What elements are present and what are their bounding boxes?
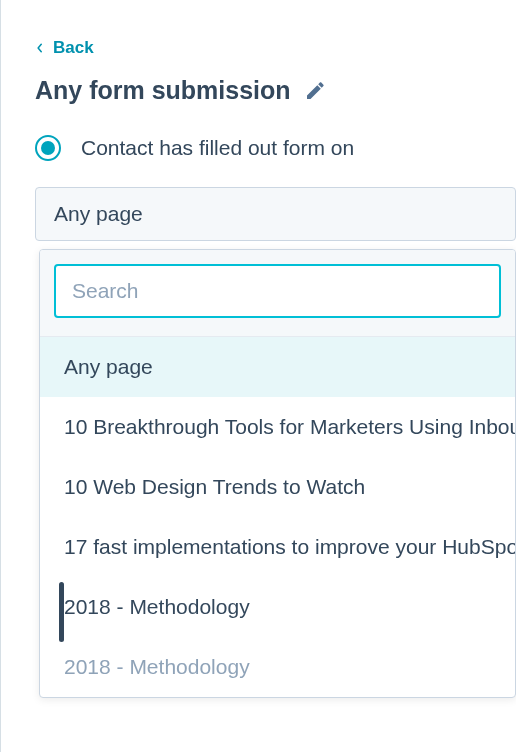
search-input[interactable] xyxy=(54,264,501,318)
dropdown-option[interactable]: 10 Web Design Trends to Watch xyxy=(40,457,515,517)
dropdown-option[interactable]: 17 fast implementations to improve your … xyxy=(40,517,515,577)
title-row: Any form submission xyxy=(35,76,516,105)
side-panel: Back Any form submission Contact has fil… xyxy=(0,0,516,752)
radio-dot xyxy=(41,141,55,155)
dropdown-option[interactable]: 10 Breakthrough Tools for Marketers Usin… xyxy=(40,397,515,457)
scrollbar-thumb[interactable] xyxy=(59,582,64,642)
radio-label: Contact has filled out form on xyxy=(81,136,354,160)
select-value: Any page xyxy=(54,202,143,225)
pencil-icon[interactable] xyxy=(305,81,325,101)
page-dropdown: Any page10 Breakthrough Tools for Market… xyxy=(39,249,516,698)
back-button[interactable]: Back xyxy=(35,38,94,58)
back-label: Back xyxy=(53,38,94,58)
chevron-left-icon xyxy=(35,43,45,53)
page-title: Any form submission xyxy=(35,76,291,105)
dropdown-option[interactable]: 2018 - Methodology xyxy=(40,637,515,697)
radio-row: Contact has filled out form on xyxy=(35,135,516,161)
search-wrap xyxy=(40,250,515,337)
radio-filled-out-form[interactable] xyxy=(35,135,61,161)
page-select[interactable]: Any page xyxy=(35,187,516,241)
dropdown-option[interactable]: 2018 - Methodology xyxy=(40,577,515,637)
options-list: Any page10 Breakthrough Tools for Market… xyxy=(40,337,515,697)
dropdown-option[interactable]: Any page xyxy=(40,337,515,397)
